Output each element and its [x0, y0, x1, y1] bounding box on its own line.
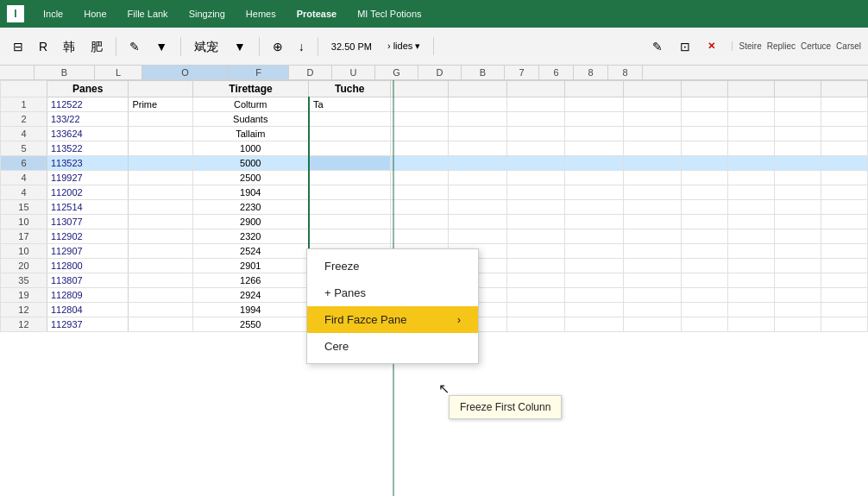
cell-empty[interactable] — [774, 303, 821, 317]
cell-empty[interactable] — [728, 317, 775, 332]
ribbon-close-btn[interactable]: ✕ — [701, 37, 721, 55]
cell-empty[interactable] — [623, 229, 681, 244]
cell-empty[interactable] — [774, 288, 821, 303]
cell-tirettage[interactable]: 2230 — [192, 200, 309, 215]
tab-incle[interactable]: Incle — [35, 5, 72, 22]
col-header-d1[interactable]: D — [289, 66, 332, 79]
cell-empty[interactable] — [728, 288, 775, 303]
cell-id[interactable]: 133/22 — [47, 112, 128, 127]
cell-empty[interactable] — [390, 141, 448, 156]
cell-prime[interactable] — [129, 200, 192, 215]
tab-fille-lank[interactable]: Fille Lank — [119, 5, 177, 22]
cell-id[interactable]: 112809 — [47, 288, 128, 303]
cell-prime[interactable] — [129, 171, 192, 185]
tab-mi-tecl[interactable]: MI Tecl Potions — [349, 5, 430, 22]
cell-empty[interactable] — [449, 229, 506, 244]
cell-tirettage[interactable]: 2901 — [192, 259, 309, 273]
cell-empty[interactable] — [682, 171, 728, 185]
cell-empty[interactable] — [821, 156, 867, 171]
cell-empty[interactable] — [390, 185, 448, 200]
cell-empty[interactable] — [821, 112, 867, 127]
cell-empty[interactable] — [390, 112, 448, 127]
col-header-l[interactable]: L — [95, 66, 142, 79]
cell-tirettage[interactable]: 2924 — [192, 288, 309, 303]
cell-tirettage[interactable]: Tallaim — [192, 127, 309, 141]
cell-empty[interactable] — [728, 127, 775, 141]
cell-tirettage[interactable]: 2550 — [192, 317, 309, 332]
cell-empty[interactable] — [623, 185, 681, 200]
cell-empty[interactable] — [623, 97, 681, 112]
cell-prime[interactable] — [129, 127, 192, 141]
cell-empty[interactable] — [449, 141, 506, 156]
cell-empty[interactable] — [449, 185, 506, 200]
cell-empty[interactable] — [565, 171, 623, 185]
cell-empty[interactable] — [623, 288, 681, 303]
cell-prime[interactable] — [129, 244, 192, 259]
cell-empty[interactable] — [623, 156, 681, 171]
cell-empty[interactable] — [623, 303, 681, 317]
ribbon-btn-search[interactable]: ⊕ — [267, 37, 289, 56]
ribbon-btn-han1[interactable]: 韩 — [57, 37, 81, 56]
cell-empty[interactable] — [506, 273, 564, 288]
cell-empty[interactable] — [623, 141, 681, 156]
cell-empty[interactable] — [623, 127, 681, 141]
cell-empty[interactable] — [449, 200, 506, 215]
cell-prime[interactable] — [129, 215, 192, 229]
cell-empty[interactable] — [682, 156, 728, 171]
cell-empty[interactable] — [565, 185, 623, 200]
cell-empty[interactable] — [565, 288, 623, 303]
cell-tirettage[interactable]: 1266 — [192, 273, 309, 288]
cell-empty[interactable] — [682, 288, 728, 303]
cell-id[interactable]: 112002 — [47, 185, 128, 200]
cell-empty[interactable] — [774, 112, 821, 127]
cell-empty[interactable] — [682, 185, 728, 200]
cell-empty[interactable] — [774, 127, 821, 141]
ribbon-btn-slides[interactable]: › lides ▾ — [381, 37, 426, 55]
ribbon-btn-han2[interactable]: 肥 — [85, 37, 109, 56]
cell-empty[interactable] — [728, 215, 775, 229]
cell-empty[interactable] — [682, 244, 728, 259]
ribbon-btn-dropdown2[interactable]: ▼ — [228, 37, 252, 56]
cell-empty[interactable] — [565, 112, 623, 127]
cell-empty[interactable] — [774, 185, 821, 200]
cell-empty[interactable] — [774, 273, 821, 288]
cell-empty[interactable] — [565, 215, 623, 229]
cell-empty[interactable] — [565, 156, 623, 171]
cell-empty[interactable] — [774, 141, 821, 156]
cell-empty[interactable] — [506, 156, 564, 171]
cell-empty[interactable] — [682, 273, 728, 288]
cell-prime[interactable]: Prime — [129, 97, 192, 112]
cell-id[interactable]: 112522 — [47, 97, 128, 112]
cell-empty[interactable] — [506, 244, 564, 259]
cell-tuche[interactable] — [309, 215, 390, 229]
menu-item-panes[interactable]: + Panes — [307, 279, 478, 306]
cell-empty[interactable] — [506, 127, 564, 141]
cell-empty[interactable] — [728, 229, 775, 244]
cell-empty[interactable] — [821, 288, 867, 303]
cell-tirettage[interactable]: Sudants — [192, 112, 309, 127]
cell-empty[interactable] — [728, 171, 775, 185]
cell-empty[interactable] — [774, 259, 821, 273]
cell-tirettage[interactable]: 1904 — [192, 185, 309, 200]
cell-empty[interactable] — [821, 303, 867, 317]
cell-empty[interactable] — [449, 97, 506, 112]
cell-tirettage[interactable]: 5000 — [192, 156, 309, 171]
cell-empty[interactable] — [623, 215, 681, 229]
cell-empty[interactable] — [390, 156, 448, 171]
col-header-b[interactable]: B — [35, 66, 95, 79]
ribbon-btn-minus[interactable]: ⊟ — [7, 37, 29, 56]
cell-empty[interactable] — [623, 317, 681, 332]
cell-id[interactable]: 112907 — [47, 244, 128, 259]
cell-tuche[interactable] — [309, 171, 390, 185]
cell-id[interactable]: 133624 — [47, 127, 128, 141]
cell-empty[interactable] — [506, 317, 564, 332]
ribbon-btn-r[interactable]: R — [33, 37, 53, 56]
cell-empty[interactable] — [506, 288, 564, 303]
cell-empty[interactable] — [506, 97, 564, 112]
col-header-8b[interactable]: 8 — [608, 66, 643, 79]
cell-empty[interactable] — [623, 273, 681, 288]
cell-empty[interactable] — [390, 200, 448, 215]
cell-empty[interactable] — [565, 317, 623, 332]
tab-hone[interactable]: Hone — [75, 5, 115, 22]
cell-empty[interactable] — [390, 171, 448, 185]
